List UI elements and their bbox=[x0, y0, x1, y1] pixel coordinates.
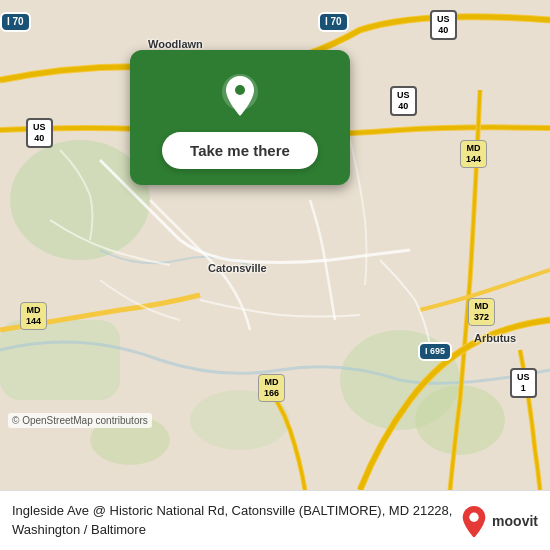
svg-point-1 bbox=[10, 140, 150, 260]
svg-point-9 bbox=[235, 85, 245, 95]
highway-badge-md372: MD372 bbox=[468, 298, 495, 326]
svg-point-10 bbox=[469, 512, 478, 521]
address-text: Ingleside Ave @ Historic National Rd, Ca… bbox=[12, 502, 460, 538]
highway-badge-i695: I 695 bbox=[418, 342, 452, 361]
moovit-pin-icon bbox=[460, 505, 488, 537]
highway-badge-md166: MD166 bbox=[258, 374, 285, 402]
moovit-brand-text: moovit bbox=[492, 513, 538, 529]
highway-badge-i70-top: I 70 bbox=[318, 12, 349, 32]
bottom-bar: Ingleside Ave @ Historic National Rd, Ca… bbox=[0, 490, 550, 550]
map-view: I 70 I 70 US40 US40 US40 US40 MD144 MD14… bbox=[0, 0, 550, 490]
highway-badge-us1: US1 bbox=[510, 368, 537, 398]
address-section: Ingleside Ave @ Historic National Rd, Ca… bbox=[12, 502, 460, 538]
highway-badge-i70-left: I 70 bbox=[0, 12, 31, 32]
highway-badge-us40-right: US40 bbox=[390, 86, 417, 116]
location-card: Take me there bbox=[130, 50, 350, 185]
osm-attribution: © OpenStreetMap contributors bbox=[8, 413, 152, 428]
take-me-there-button[interactable]: Take me there bbox=[162, 132, 318, 169]
svg-rect-4 bbox=[0, 320, 120, 400]
highway-badge-us40-left: US40 bbox=[26, 118, 53, 148]
moovit-logo: moovit bbox=[460, 505, 538, 537]
location-pin-icon bbox=[216, 70, 264, 118]
highway-badge-md144-right: MD144 bbox=[460, 140, 487, 168]
highway-badge-md144-left: MD144 bbox=[20, 302, 47, 330]
highway-badge-us40-top: US40 bbox=[430, 10, 457, 40]
